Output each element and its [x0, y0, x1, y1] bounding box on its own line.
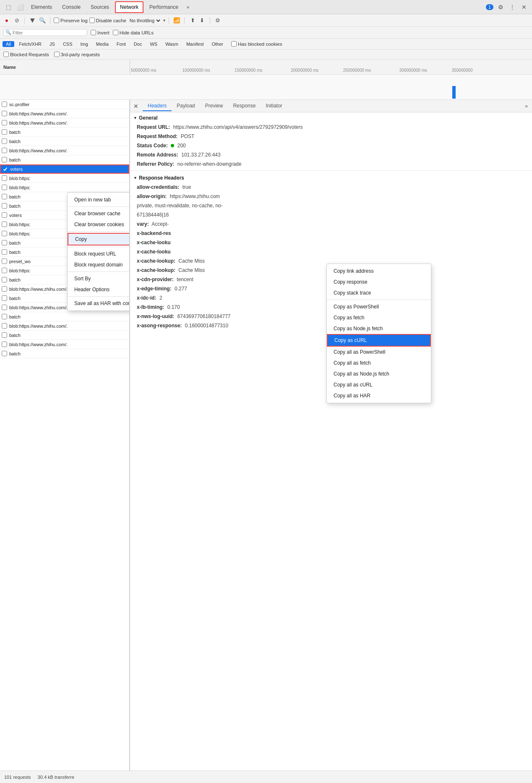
export-har-icon[interactable]: ⬇ — [198, 16, 206, 25]
checkbox-voters[interactable] — [3, 167, 8, 172]
checkbox-batch-6[interactable] — [2, 240, 7, 245]
request-item-blob-2[interactable]: blob:https://www.zhihu.com/. — [0, 118, 129, 128]
sub-copy-all-curl[interactable]: Copy all as cURL — [327, 379, 431, 390]
checkbox-blob-2[interactable] — [2, 120, 7, 125]
checkbox-batch-11[interactable] — [2, 332, 7, 338]
third-party-input[interactable] — [54, 52, 60, 57]
sub-copy-stack-trace[interactable]: Copy stack trace — [327, 287, 431, 298]
preserve-log-input[interactable] — [54, 18, 59, 23]
response-headers-section[interactable]: Response Headers — [130, 172, 532, 183]
checkbox-voters-2[interactable] — [2, 212, 7, 218]
third-party-checkbox[interactable]: 3rd-party requests — [54, 52, 100, 57]
request-item-blob-4[interactable]: blob:https: — [0, 174, 129, 183]
filter-input[interactable] — [13, 30, 85, 35]
checkbox-batch-9[interactable] — [2, 295, 7, 301]
blocked-requests-input[interactable] — [3, 52, 9, 57]
ctx-block-url[interactable]: Block request URL — [68, 248, 130, 259]
type-btn-all[interactable]: All — [3, 41, 14, 47]
hide-data-urls-input[interactable] — [113, 30, 118, 35]
ctx-clear-cache[interactable]: Clear browser cache — [68, 208, 130, 219]
checkbox-blob-4[interactable] — [2, 175, 7, 181]
checkbox-blob-6[interactable] — [2, 222, 7, 227]
tab-payload[interactable]: Payload — [172, 101, 200, 111]
tab-performance[interactable]: Performance — [145, 1, 183, 13]
checkbox-batch-12[interactable] — [2, 351, 7, 356]
cursor-icon[interactable]: ⬚ — [3, 2, 13, 12]
checkbox-blob-11[interactable] — [2, 323, 7, 329]
request-item-batch-11[interactable]: batch — [0, 331, 129, 340]
checkbox-batch-10[interactable] — [2, 314, 7, 319]
tab-network[interactable]: Network — [115, 1, 143, 13]
request-item-batch-2[interactable]: batch — [0, 137, 129, 146]
ctx-save-har[interactable]: Save all as HAR with content — [68, 298, 130, 309]
type-btn-img[interactable]: Img — [77, 41, 91, 47]
clear-icon[interactable]: ⚙ — [214, 16, 222, 25]
ctx-header-options[interactable]: Header Options › — [68, 284, 130, 295]
filter-icon[interactable]: ⯆ — [28, 16, 37, 25]
disable-cache-checkbox[interactable]: Disable cache — [89, 18, 126, 23]
type-btn-font[interactable]: Font — [113, 41, 129, 47]
record-button[interactable]: ● — [3, 16, 11, 25]
request-item-blob-12[interactable]: blob:https://www.zhihu.com/. — [0, 340, 129, 349]
type-btn-doc[interactable]: Doc — [130, 41, 146, 47]
type-btn-wasm[interactable]: Wasm — [162, 41, 182, 47]
general-section-header[interactable]: General — [130, 112, 532, 123]
disable-cache-input[interactable] — [89, 18, 95, 23]
tab-initiator[interactable]: Initiator — [261, 101, 287, 111]
type-btn-manifest[interactable]: Manifest — [183, 41, 207, 47]
invert-input[interactable] — [91, 30, 96, 35]
checkbox-batch-2[interactable] — [2, 138, 7, 144]
sub-copy-as-curl[interactable]: Copy as cURL — [327, 334, 431, 347]
checkbox-batch-3[interactable] — [2, 157, 7, 162]
checkbox-sc-profiler[interactable] — [2, 102, 7, 107]
request-item-blob-5[interactable]: blob:https: — [0, 183, 129, 192]
sub-copy-as-nodejs-fetch[interactable]: Copy as Node.js fetch — [327, 323, 431, 334]
checkbox-blob-8[interactable] — [2, 268, 7, 273]
type-btn-fetchxhr[interactable]: Fetch/XHR — [16, 41, 45, 47]
request-item-voters[interactable]: voters — [0, 164, 129, 174]
type-btn-css[interactable]: CSS — [60, 41, 76, 47]
type-btn-js[interactable]: JS — [46, 41, 58, 47]
type-btn-other[interactable]: Other — [208, 41, 227, 47]
import-har-icon[interactable]: ⬆ — [189, 16, 197, 25]
request-item-batch-12[interactable]: batch — [0, 349, 129, 358]
search-icon[interactable]: 🔍 — [38, 16, 47, 25]
checkbox-blob-12[interactable] — [2, 342, 7, 347]
request-item-blob-11[interactable]: blob:https://www.zhihu.com/. — [0, 321, 129, 331]
sub-copy-response[interactable]: Copy response — [327, 277, 431, 287]
request-item-batch-3[interactable]: batch — [0, 155, 129, 164]
tab-preview[interactable]: Preview — [200, 101, 228, 111]
type-btn-media[interactable]: Media — [93, 41, 112, 47]
detail-tabs-more[interactable]: » — [522, 102, 530, 111]
more-options-icon[interactable]: ⋮ — [508, 3, 517, 12]
request-item-blob-3[interactable]: blob:https://www.zhihu.com/. — [0, 146, 129, 155]
checkbox-blob-1[interactable] — [2, 111, 7, 116]
checkbox-blob-5[interactable] — [2, 185, 7, 190]
sub-copy-as-powershell[interactable]: Copy as PowerShell — [327, 301, 431, 312]
checkbox-blob-7[interactable] — [2, 231, 7, 236]
stop-button[interactable]: ⊘ — [13, 16, 21, 25]
tabs-more[interactable]: » — [184, 4, 192, 10]
sub-copy-all-powershell[interactable]: Copy all as PowerShell — [327, 347, 431, 358]
type-btn-ws[interactable]: WS — [146, 41, 161, 47]
close-icon[interactable]: ✕ — [519, 3, 529, 12]
has-blocked-cookies-input[interactable] — [231, 41, 237, 47]
checkbox-blob-3[interactable] — [2, 148, 7, 153]
preserve-log-checkbox[interactable]: Preserve log — [54, 18, 88, 23]
ctx-block-domain[interactable]: Block request domain — [68, 259, 130, 270]
has-blocked-cookies-checkbox[interactable]: Has blocked cookies — [231, 41, 282, 47]
blocked-requests-checkbox[interactable]: Blocked Requests — [3, 52, 49, 57]
hide-data-urls-checkbox[interactable]: Hide data URLs — [113, 30, 154, 35]
request-item-sc-profiler[interactable]: sc-profiler — [0, 100, 129, 109]
settings-gear-icon[interactable]: ⚙ — [496, 3, 505, 12]
sub-copy-all-har[interactable]: Copy all as HAR — [327, 390, 431, 401]
request-item-batch-1[interactable]: batch — [0, 128, 129, 137]
checkbox-blob-9[interactable] — [2, 286, 7, 292]
checkbox-batch-1[interactable] — [2, 129, 7, 135]
checkbox-batch-8[interactable] — [2, 277, 7, 282]
checkbox-preset-wo[interactable] — [2, 258, 7, 264]
ctx-sort-by[interactable]: Sort By › — [68, 273, 130, 284]
ctx-copy[interactable]: Copy › — [68, 233, 130, 245]
checkbox-blob-10[interactable] — [2, 305, 7, 310]
throttle-select[interactable]: No throttling — [128, 18, 162, 23]
